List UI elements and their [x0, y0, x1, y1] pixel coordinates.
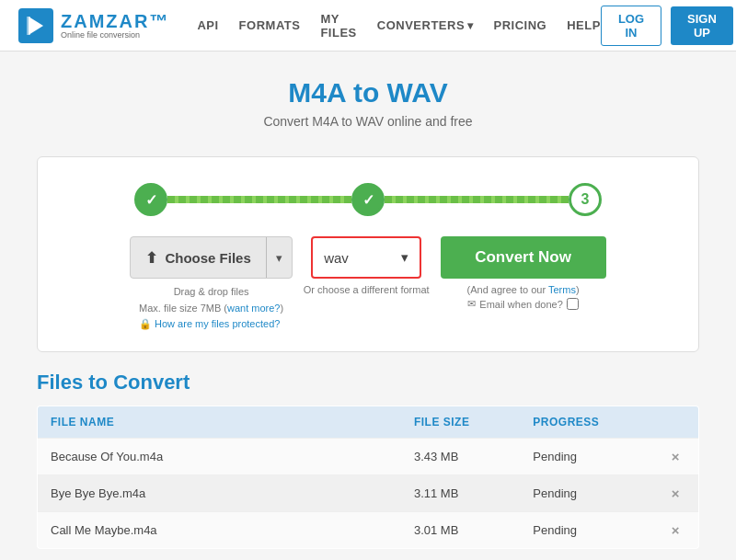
- logo-text: ZAMZAR™ Online file conversion: [61, 11, 169, 40]
- email-checkbox[interactable]: [567, 298, 579, 310]
- file-progress: Pending: [520, 511, 652, 548]
- login-button[interactable]: LOG IN: [601, 6, 661, 46]
- step-3: 3: [569, 183, 602, 216]
- format-dropdown-icon: ▾: [401, 249, 408, 266]
- files-title-accent: Convert: [113, 371, 190, 394]
- format-select[interactable]: wav ▾: [311, 236, 421, 279]
- email-when-done-label: Email when done?: [479, 299, 563, 310]
- table-row: Because Of You.m4a 3.43 MB Pending ×: [38, 438, 699, 474]
- col-header-filesize: FILE SIZE: [401, 406, 520, 438]
- logo-icon: [18, 8, 53, 43]
- hero-section: M4A to WAV Convert M4A to WAV online and…: [0, 51, 736, 147]
- svg-marker-0: [29, 17, 43, 35]
- converters-dropdown-icon: [467, 18, 474, 32]
- files-table: FILE NAME FILE SIZE PROGRESS Because Of …: [37, 406, 699, 549]
- file-progress: Pending: [520, 474, 652, 511]
- file-name: Bye Bye Bye.m4a: [38, 474, 401, 511]
- navbar: ZAMZAR™ Online file conversion API FORMA…: [0, 0, 736, 51]
- choose-files-info: Drag & drop files Max. file size 7MB (wa…: [139, 284, 283, 333]
- step-line-2: [385, 196, 569, 203]
- lock-icon: 🔒: [139, 316, 152, 333]
- table-row: Bye Bye Bye.m4a 3.11 MB Pending ×: [38, 474, 699, 511]
- file-name: Because Of You.m4a: [38, 438, 401, 474]
- files-title-plain: Files to: [37, 371, 113, 394]
- svg-rect-1: [27, 17, 30, 35]
- convert-info: (And agree to our Terms): [467, 284, 580, 295]
- remove-button[interactable]: ×: [672, 486, 680, 501]
- email-check-row: ✉ Email when done?: [467, 298, 579, 310]
- max-size-text: Max. file size 7MB (want more?): [139, 301, 283, 317]
- choose-files-dropdown[interactable]: ▾: [266, 237, 292, 278]
- file-progress: Pending: [520, 438, 652, 474]
- nav-pricing[interactable]: PRICING: [494, 18, 547, 32]
- choose-files-main: ⬆ Choose Files: [131, 249, 265, 267]
- nav-myfiles[interactable]: MY FILES: [320, 12, 356, 40]
- col-header-progress: PROGRESS: [520, 406, 652, 438]
- format-value: wav: [324, 250, 349, 266]
- nav-links: API FORMATS MY FILES CONVERTERS PRICING …: [197, 12, 600, 40]
- file-size: 3.11 MB: [401, 474, 520, 511]
- convert-button[interactable]: Convert Now: [441, 236, 606, 279]
- format-hint: Or choose a different format: [304, 284, 430, 295]
- step-1: ✓: [134, 183, 167, 216]
- convert-group: Convert Now (And agree to our Terms) ✉ E…: [441, 236, 606, 310]
- file-name: Call Me Maybe.m4a: [38, 511, 401, 548]
- format-group: wav ▾ Or choose a different format: [304, 236, 430, 295]
- logo-name: ZAMZAR™: [61, 11, 169, 31]
- table-header-row: FILE NAME FILE SIZE PROGRESS: [38, 406, 699, 438]
- remove-button[interactable]: ×: [672, 449, 680, 464]
- col-header-action: [652, 406, 698, 438]
- col-header-filename: FILE NAME: [38, 406, 401, 438]
- remove-cell: ×: [652, 474, 698, 511]
- remove-cell: ×: [652, 438, 698, 474]
- arrow-down-icon: ▾: [276, 251, 282, 265]
- nav-converters[interactable]: CONVERTERS: [377, 18, 474, 32]
- converter-card: ✓ ✓ 3 ⬆ Choose Files ▾ Drag & drop fi: [37, 156, 699, 352]
- table-row: Call Me Maybe.m4a 3.01 MB Pending ×: [38, 511, 699, 548]
- file-protection-link[interactable]: 🔒 How are my files protected?: [139, 316, 283, 333]
- choose-files-button[interactable]: ⬆ Choose Files ▾: [130, 236, 292, 279]
- steps-bar: ✓ ✓ 3: [65, 183, 671, 216]
- want-more-link[interactable]: want more?: [227, 303, 280, 314]
- nav-formats[interactable]: FORMATS: [239, 18, 301, 32]
- logo-tagline: Online file conversion: [61, 31, 169, 40]
- signup-button[interactable]: SIGN UP: [671, 6, 733, 45]
- controls-row: ⬆ Choose Files ▾ Drag & drop files Max. …: [65, 236, 671, 333]
- nav-actions: LOG IN SIGN UP: [601, 6, 733, 46]
- nav-api[interactable]: API: [197, 18, 218, 32]
- drag-drop-text: Drag & drop files: [139, 284, 283, 301]
- hero-subtitle: Convert M4A to WAV online and free: [18, 114, 718, 129]
- terms-link[interactable]: Terms: [548, 284, 576, 295]
- file-size: 3.43 MB: [401, 438, 520, 474]
- nav-help[interactable]: HELP: [567, 18, 601, 32]
- file-size: 3.01 MB: [401, 511, 520, 548]
- step-2: ✓: [351, 183, 385, 216]
- remove-cell: ×: [652, 511, 698, 548]
- choose-files-group: ⬆ Choose Files ▾ Drag & drop files Max. …: [130, 236, 292, 333]
- step-line-1: [167, 196, 351, 203]
- upload-icon: ⬆: [145, 249, 157, 267]
- envelope-icon: ✉: [467, 298, 476, 310]
- logo[interactable]: ZAMZAR™ Online file conversion: [18, 8, 169, 43]
- remove-button[interactable]: ×: [672, 522, 680, 538]
- page-title: M4A to WAV: [18, 77, 718, 109]
- files-title: Files to Convert: [37, 371, 699, 394]
- files-section: Files to Convert FILE NAME FILE SIZE PRO…: [37, 371, 699, 560]
- choose-files-label: Choose Files: [165, 250, 250, 266]
